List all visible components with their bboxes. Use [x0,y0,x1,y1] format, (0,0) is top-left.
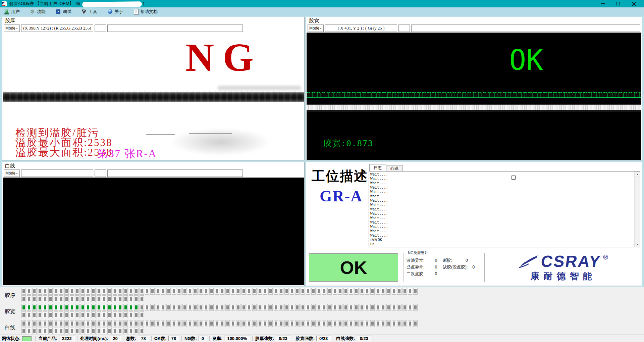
menu-item-4[interactable]: 关于 [105,8,126,15]
indicator-cell [177,304,181,311]
indicator-cell [268,288,273,295]
menu-item-1[interactable]: 功能 [28,8,49,15]
indicator-cell [338,304,342,311]
indicator-cell [102,328,106,334]
ng-stat-row: 缺胶(没点胶):0 [443,264,475,271]
indicator-cell [177,288,181,295]
mode-dropdown[interactable]: Mode ▼ [308,25,324,32]
status-item-value: 0/23 [276,336,290,341]
indicator-cell [32,328,37,334]
ng-stat-label: 缺胶(没点胶): [443,264,468,271]
brand-subtitle: 康耐德智能 [531,270,596,282]
indicator-cell [75,288,79,295]
indicator-cell [140,304,144,311]
indicator-cell [54,328,58,334]
indicator-cell [64,320,69,327]
tab-log[interactable]: 日志 [369,164,386,171]
indicator-cell [118,320,122,327]
indicator-row [21,288,644,295]
indicator-cell [397,288,401,295]
vendor-logo: CSRAY ® 康耐德智能 [487,252,639,284]
indicator-cell [279,320,283,327]
status-item-label: 良率: [212,336,222,342]
log-checkbox[interactable] [512,176,516,180]
separator [77,336,78,341]
indicator-cell [370,288,375,295]
app-logo-icon [2,1,7,6]
status-item-label: 总数: [126,336,136,342]
menu-item-0[interactable]: 用户 [2,8,23,15]
indicator-cell [284,320,289,327]
indicator-cell [43,288,47,295]
indicator-cell [156,288,160,295]
log-entry: OK [370,242,633,246]
tab-heartbeat[interactable]: 心跳 [386,165,403,171]
indicator-cell [204,288,208,295]
indicator-cell [113,311,117,318]
indicator-cell [209,320,214,327]
scroll-up-icon[interactable]: ▲ [635,172,640,177]
indicator-cell [413,288,418,295]
indicator-cell [258,304,262,311]
indicator-cell [59,311,63,318]
menu-item-5[interactable]: 帮助文档 [131,8,161,15]
tools-icon [82,9,87,14]
grid-group-label: 胶宽 [5,308,15,315]
white-line-title: 白线 [2,163,17,169]
indicator-cell [327,304,332,311]
indicator-cell [123,304,128,311]
menu-item-2[interactable]: 调试 [54,8,75,15]
scroll-down-icon[interactable]: ▼ [635,242,640,247]
indicator-cell [252,288,257,295]
ng-stat-value: 0 [433,271,439,277]
indicator-cell [199,320,203,327]
indicator-cell [161,320,165,327]
mode-dropdown[interactable]: Mode ▼ [4,169,20,177]
ng-stat-label: 波浪异常: [407,257,433,264]
indicator-cell [252,304,257,311]
overall-result-button[interactable]: OK [309,253,398,282]
indicator-cell [107,328,112,334]
indicator-cell [129,295,133,302]
status-item-label: 当前产品: [38,336,57,342]
minimize-button[interactable] [595,0,610,7]
indicator-cell [365,320,369,327]
indicator-cell [381,288,385,295]
grid-group-1: 胶宽 [0,304,644,320]
log-scrollbar[interactable]: ▲ ▼ [634,172,640,247]
indicator-cell [123,295,128,302]
indicator-cell [32,320,37,327]
mode-dropdown[interactable]: Mode ▼ [4,25,20,32]
indicator-cell [166,304,171,311]
indicator-cell [365,288,369,295]
indicator-cell [48,295,53,302]
indicator-cell [43,304,47,311]
indicator-cell [193,320,198,327]
indicator-cell [376,304,380,311]
close-button[interactable] [626,0,641,7]
indicator-cell [333,304,337,311]
separator [209,336,210,341]
status-item-label: 胶宽张数: [296,336,315,342]
indicator-cell [247,320,251,327]
gear-icon [30,9,35,14]
indicator-cell [43,320,47,327]
indicator-cell [54,304,58,311]
log-list[interactable]: Wait....Wait....Wait....Wait....Wait....… [369,171,640,247]
status-item-label: 白线张数: [336,336,355,342]
indicator-cell [86,304,90,311]
indicator-cell [123,288,128,295]
indicator-cell [70,295,74,302]
menu-item-3[interactable]: 工具 [79,8,101,15]
restore-button[interactable] [610,0,626,7]
indicator-cell [64,295,69,302]
indicator-cell [370,320,375,327]
ng-stat-label: 二次点胶: [407,271,433,277]
indicator-cell [408,304,412,311]
indicator-cell [102,311,106,318]
indicator-cell [107,320,112,327]
indicator-row [21,311,644,319]
glue-thickness-title: 胶厚 [2,18,17,24]
ng-stat-value: 0 [472,264,475,271]
indicator-cell [258,320,262,327]
